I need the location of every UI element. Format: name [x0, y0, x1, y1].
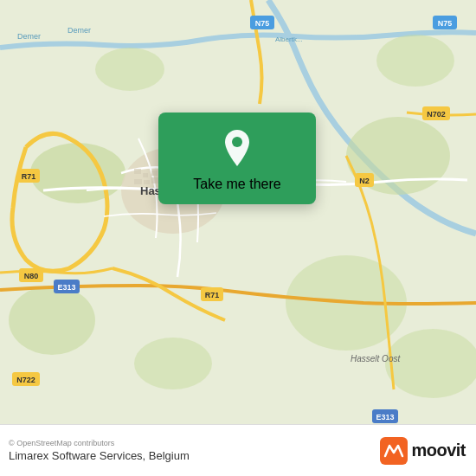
svg-point-42 — [232, 137, 242, 147]
svg-text:R71: R71 — [22, 172, 36, 181]
svg-text:R71: R71 — [205, 291, 220, 299]
svg-text:E313: E313 — [376, 413, 394, 421]
svg-rect-41 — [151, 177, 158, 183]
svg-text:N2: N2 — [359, 177, 370, 185]
svg-point-1 — [30, 143, 125, 203]
svg-rect-40 — [144, 180, 150, 184]
svg-text:Albertk...: Albertk... — [275, 35, 303, 43]
svg-rect-35 — [134, 169, 141, 174]
map-background: N75 N75 R71 R71 E313 E313 N80 N722 N702 … — [0, 0, 476, 424]
moovit-icon — [380, 437, 408, 465]
svg-text:Demer: Demer — [68, 26, 91, 35]
moovit-text: moovit — [411, 441, 466, 460]
map-area: N75 N75 R71 R71 E313 E313 N80 N722 N702 … — [0, 0, 476, 424]
svg-text:N702: N702 — [427, 110, 446, 119]
svg-point-8 — [376, 35, 454, 87]
svg-rect-37 — [151, 170, 158, 176]
svg-point-7 — [95, 48, 164, 91]
footer-bar: © OpenStreetMap contributors Limarex Sof… — [0, 424, 476, 476]
copyright-text: © OpenStreetMap contributors — [9, 439, 190, 447]
location-pin-icon — [220, 128, 254, 168]
svg-point-6 — [385, 329, 476, 398]
svg-text:N722: N722 — [16, 376, 35, 384]
moovit-logo: moovit — [380, 437, 466, 465]
svg-point-5 — [134, 338, 212, 389]
location-popup[interactable]: Take me there — [158, 113, 316, 204]
svg-text:E313: E313 — [57, 283, 75, 292]
svg-text:N80: N80 — [24, 272, 39, 280]
svg-point-4 — [9, 286, 95, 355]
svg-text:Demer: Demer — [17, 32, 41, 41]
location-name: Limarex Software Services, Belgium — [9, 449, 190, 462]
svg-rect-39 — [134, 179, 142, 184]
svg-text:N75: N75 — [255, 19, 270, 28]
take-me-there-button[interactable]: Take me there — [193, 177, 280, 192]
svg-rect-36 — [143, 173, 148, 177]
svg-text:Hasselt Oost: Hasselt Oost — [351, 354, 401, 363]
footer-info: © OpenStreetMap contributors Limarex Sof… — [9, 439, 190, 462]
svg-text:N75: N75 — [438, 19, 453, 28]
